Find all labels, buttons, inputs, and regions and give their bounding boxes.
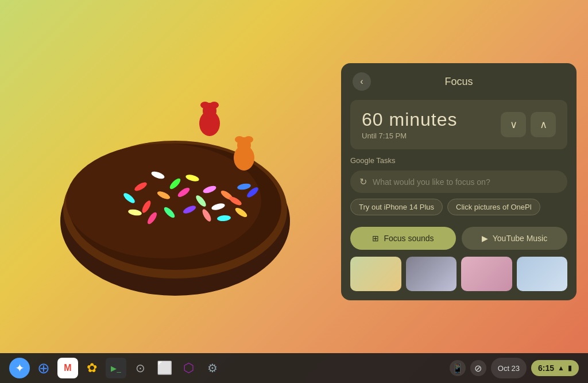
settings-icon[interactable]: ⚙: [202, 358, 223, 378]
wifi-icon: ▲: [558, 364, 564, 372]
phone-tray-icon[interactable]: 📱: [450, 360, 466, 376]
tasks-app-icon[interactable]: ⬡: [178, 358, 199, 378]
back-button[interactable]: ‹: [353, 72, 371, 91]
chrome-icon[interactable]: ⊕: [33, 358, 54, 378]
timer-until: Until 7:15 PM: [362, 131, 458, 140]
svg-point-32: [235, 136, 244, 143]
gmail-icon[interactable]: M: [57, 358, 78, 378]
svg-point-33: [244, 136, 253, 143]
timer-section: 60 minutes Until 7:15 PM ∨ ∧: [350, 100, 567, 149]
task-input-icon: ↻: [359, 176, 367, 187]
date-label: Oct 23: [498, 364, 520, 373]
sound-section: ⊞ Focus sounds ▶ YouTube Music: [341, 222, 577, 257]
taskbar-tray: 📱 ⊘ Oct 23 6:15 ▲ ▮: [450, 358, 579, 378]
svg-point-29: [210, 102, 219, 109]
task-chip-2[interactable]: Click pictures of OnePl: [447, 199, 540, 215]
task-placeholder: What would you like to focus on?: [373, 177, 490, 187]
wallpaper-thumb-4[interactable]: [517, 257, 568, 291]
focus-panel: ‹ Focus 60 minutes Until 7:15 PM ∨ ∧ Goo…: [341, 63, 577, 300]
tasks-label: Google Tasks: [350, 156, 567, 165]
taskbar-app-icons: ✦ ⊕ M ✿ ▶_ ⊙ ⬜ ⬡ ⚙: [9, 358, 223, 378]
time-chip[interactable]: 6:15 ▲ ▮: [531, 360, 579, 376]
youtube-music-label: YouTube Music: [493, 234, 547, 243]
focus-sounds-button[interactable]: ⊞ Focus sounds: [350, 227, 456, 250]
wallpaper-section: [341, 257, 577, 300]
svg-point-28: [200, 102, 210, 109]
timer-display: 60 minutes Until 7:15 PM: [362, 109, 458, 140]
panel-title: Focus: [444, 76, 473, 88]
focus-sounds-icon: ⊞: [372, 234, 379, 243]
dnd-tray-icon[interactable]: ⊘: [470, 360, 486, 376]
timer-controls: ∨ ∧: [501, 112, 556, 137]
youtube-music-button[interactable]: ▶ YouTube Music: [462, 227, 567, 250]
wallpaper-thumb-1[interactable]: [350, 257, 401, 291]
taskbar: ✦ ⊕ M ✿ ▶_ ⊙ ⬜ ⬡ ⚙ 📱 ⊘ Oct 23 6:15 ▲ ▮: [0, 353, 588, 383]
wallpaper-thumb-3[interactable]: [461, 257, 512, 291]
tasks-section: Google Tasks ↻ What would you like to fo…: [341, 156, 577, 222]
wallpaper-thumb-2[interactable]: [406, 257, 457, 291]
timer-decrease-button[interactable]: ∨: [501, 112, 526, 137]
launcher-icon[interactable]: ✦: [9, 358, 30, 378]
time-label: 6:15: [538, 363, 554, 373]
date-button[interactable]: Oct 23: [491, 358, 527, 378]
google-photos-icon[interactable]: ✿: [82, 358, 102, 378]
battery-icon: ▮: [568, 364, 572, 372]
task-chip-1[interactable]: Try out iPhone 14 Plus: [350, 199, 443, 215]
youtube-music-icon: ▶: [482, 234, 488, 243]
files-icon[interactable]: ⬜: [154, 358, 175, 378]
cast-icon[interactable]: ⊙: [130, 358, 150, 378]
timer-value: 60 minutes: [362, 109, 458, 130]
wallpaper-image: [34, 17, 339, 345]
timer-increase-button[interactable]: ∧: [531, 112, 556, 137]
terminal-icon[interactable]: ▶_: [106, 358, 126, 378]
task-input-row[interactable]: ↻ What would you like to focus on?: [350, 171, 567, 193]
donut-svg: [49, 43, 324, 319]
panel-header: ‹ Focus: [341, 63, 577, 100]
task-chips: Try out iPhone 14 Plus Click pictures of…: [350, 199, 567, 215]
focus-sounds-label: Focus sounds: [384, 234, 434, 243]
